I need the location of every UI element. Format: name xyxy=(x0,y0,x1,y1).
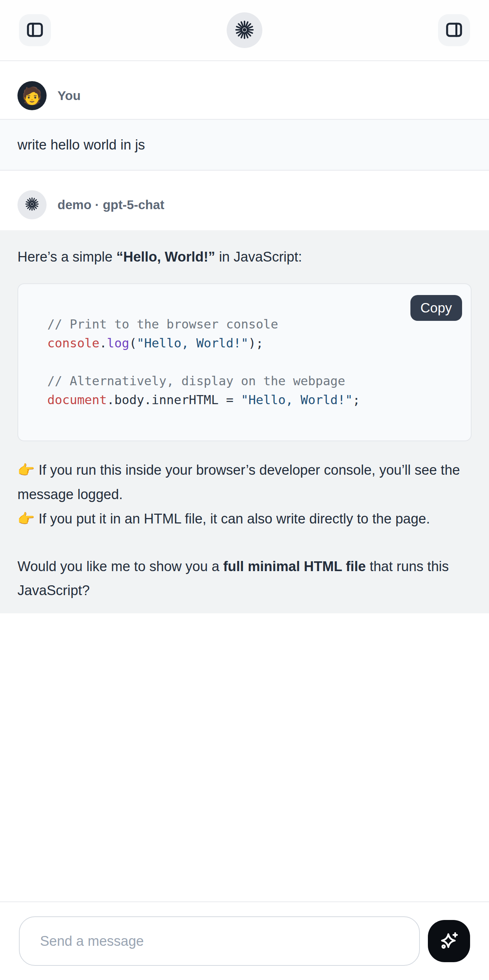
toggle-left-sidebar-button[interactable] xyxy=(19,14,51,46)
panel-right-icon xyxy=(444,20,464,41)
top-bar xyxy=(0,0,489,61)
code-token: ); xyxy=(248,336,263,350)
starburst-icon xyxy=(234,19,255,41)
assistant-sender-label: demo · gpt-5-chat xyxy=(57,197,164,212)
code-content: // Print to the browser consoleconsole.l… xyxy=(18,284,471,441)
copy-code-button[interactable]: Copy xyxy=(410,295,462,321)
code-token: .body.innerHTML = xyxy=(107,393,241,407)
intro-text: Here’s a simple xyxy=(18,249,116,264)
code-token: . xyxy=(99,336,107,350)
code-line: // Alternatively, display on the webpage xyxy=(47,371,456,390)
sparkle-plus-icon xyxy=(438,930,460,953)
starburst-icon xyxy=(24,196,40,213)
composer-bar xyxy=(0,901,489,980)
assistant-message-bubble: Here’s a simple “Hello, World!” in JavaS… xyxy=(0,230,489,613)
code-comment: // Alternatively, display on the webpage xyxy=(47,374,345,388)
user-message-bubble: write hello world in js xyxy=(0,119,489,170)
message-input[interactable] xyxy=(39,933,400,950)
code-token: "Hello, World!" xyxy=(241,393,352,407)
code-line: document.body.innerHTML = "Hello, World!… xyxy=(47,390,456,409)
panel-left-icon xyxy=(25,20,45,41)
code-line-blank xyxy=(47,353,456,371)
assistant-intro-paragraph: Here’s a simple “Hello, World!” in JavaS… xyxy=(18,245,471,269)
person-emoji: 🧑 xyxy=(21,87,42,104)
assistant-avatar xyxy=(18,190,46,220)
chat-app: 🧑 You write hello world in js xyxy=(0,0,489,980)
tip-line: 👉 If you run this inside your browser’s … xyxy=(18,462,460,502)
code-token: console xyxy=(47,336,99,350)
code-token: ( xyxy=(129,336,137,350)
code-token: ; xyxy=(352,393,360,407)
user-avatar: 🧑 xyxy=(18,81,46,110)
user-message-header: 🧑 You xyxy=(0,81,489,110)
code-line: // Print to the browser console xyxy=(47,315,456,334)
message-input-container[interactable] xyxy=(19,916,420,966)
toggle-right-sidebar-button[interactable] xyxy=(438,14,470,46)
send-button[interactable] xyxy=(428,920,470,962)
assistant-tips-paragraph: 👉 If you run this inside your browser’s … xyxy=(18,458,471,531)
user-message-text: write hello world in js xyxy=(18,137,145,153)
code-block: Copy // Print to the browser consolecons… xyxy=(18,283,471,441)
intro-bold-text: “Hello, World!” xyxy=(116,249,215,264)
user-sender-label: You xyxy=(57,88,81,103)
assistant-message-header: demo · gpt-5-chat xyxy=(0,190,489,220)
code-token: "Hello, World!" xyxy=(137,336,248,350)
tip-line: 👉 If you put it in an HTML file, it can … xyxy=(18,511,430,527)
code-token: document xyxy=(47,393,107,407)
code-line: console.log("Hello, World!"); xyxy=(47,334,456,353)
closing-text: Would you like me to show you a xyxy=(18,559,223,574)
assistant-closing-paragraph: Would you like me to show you a full min… xyxy=(18,554,471,602)
code-token: log xyxy=(107,336,129,350)
model-menu-button[interactable] xyxy=(227,13,262,48)
closing-bold-text: full minimal HTML file xyxy=(223,559,366,574)
code-comment: // Print to the browser console xyxy=(47,317,278,331)
intro-text-suffix: in JavaScript: xyxy=(215,249,302,264)
